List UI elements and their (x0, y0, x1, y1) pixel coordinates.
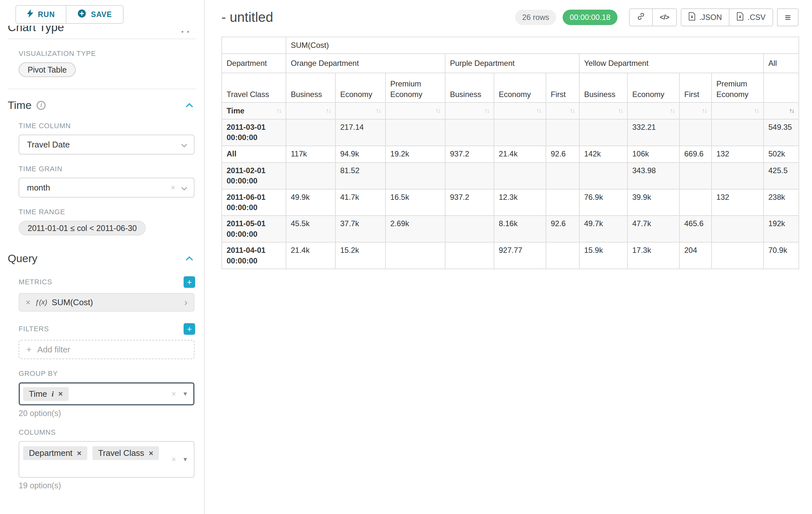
row-header: 2011-04-01 00:00:00 (222, 242, 286, 269)
add-metric-button[interactable]: + (183, 276, 195, 288)
menu-button[interactable]: ≡ (777, 8, 799, 26)
value-cell: 343.98 (628, 163, 679, 189)
group-by-options-hint: 20 option(s) (19, 409, 204, 418)
time-column-label: TIME COLUMN (19, 122, 195, 130)
time-grain-select[interactable]: month × (19, 178, 195, 197)
scrolled-section-header: Chart Type •• (8, 26, 193, 34)
value-cell: 15.9k (579, 242, 628, 269)
value-cell: 49.9k (286, 189, 336, 216)
add-filter-box[interactable]: + Add filter (19, 340, 195, 359)
remove-chip-icon[interactable]: × (77, 449, 82, 458)
department-group-header: Purple Department (445, 54, 579, 73)
value-cell (445, 163, 494, 189)
link-icon (637, 12, 645, 23)
chevron-up-icon[interactable] (185, 256, 193, 261)
sort-icon[interactable]: ↑↓ (436, 107, 440, 115)
sort-icon[interactable]: ↑↓ (670, 107, 675, 115)
columns-label: COLUMNS (19, 428, 195, 437)
clear-icon[interactable]: × (171, 183, 175, 192)
visualization-type-label: VISUALIZATION TYPE (19, 50, 195, 58)
add-filter-button[interactable]: + (183, 323, 195, 335)
save-button[interactable]: SAVE (66, 6, 123, 23)
caret-down-icon[interactable]: ▼ (182, 456, 188, 463)
time-column-select[interactable]: Travel Date (19, 135, 195, 155)
sort-icon[interactable]: ↑↓ (789, 107, 794, 115)
value-cell (286, 119, 336, 146)
metric-chip-label: SUM(Cost) (52, 297, 93, 307)
row-header: 2011-05-01 00:00:00 (222, 216, 286, 242)
department-group-header: Yellow Department (579, 54, 763, 73)
sort-icon[interactable]: ↑↓ (376, 107, 381, 115)
value-cell: 502k (763, 146, 799, 163)
pivot-table-container: SUM(Cost)DepartmentOrange DepartmentPurp… (205, 26, 812, 269)
row-dimension-text: Time (227, 106, 244, 116)
embed-code-button[interactable]: </> (653, 8, 677, 26)
clear-icon[interactable]: × (171, 389, 176, 398)
chevron-down-icon (181, 140, 187, 150)
sort-header: ↑↓ (712, 103, 763, 119)
sort-header: ↑↓ (579, 103, 628, 119)
remove-chip-icon[interactable]: × (58, 389, 63, 398)
info-icon[interactable]: i (37, 101, 46, 110)
sort-icon[interactable]: ↑↓ (536, 107, 541, 115)
sort-header: ↑↓ (286, 103, 336, 119)
value-cell: 332.21 (628, 119, 679, 146)
value-cell: 669.6 (679, 146, 712, 163)
download-csv-button[interactable]: .CSV (729, 8, 773, 26)
run-button[interactable]: RUN (16, 6, 66, 23)
caret-down-icon[interactable]: ▼ (182, 390, 188, 397)
sort-icon[interactable]: ↑↓ (484, 107, 489, 115)
columns-chip[interactable]: Travel Class× (92, 446, 159, 460)
value-cell (445, 242, 494, 269)
department-group-header: Orange Department (286, 54, 445, 73)
chevron-down-icon (181, 183, 187, 193)
group-by-chip[interactable]: Timei× (23, 387, 69, 401)
value-cell (679, 119, 712, 146)
copy-link-button[interactable] (629, 8, 653, 26)
run-label: RUN (38, 10, 55, 19)
value-cell (546, 119, 579, 146)
metrics-label: METRICS (19, 278, 52, 286)
travel-class-header: Business (445, 73, 494, 103)
viz-type-pill[interactable]: Pivot Table (19, 62, 76, 77)
sort-icon[interactable]: ↑↓ (276, 107, 281, 115)
value-cell: 927.77 (494, 242, 546, 269)
remove-chip-icon[interactable]: × (149, 449, 153, 458)
pivot-sort-row: Time↑↓↑↓↑↓↑↓↑↓↑↓↑↓↑↓↑↓↑↓↑↓↑↓ (222, 103, 799, 119)
sort-icon[interactable]: ↑↓ (326, 107, 330, 115)
row-count-badge: 26 rows (515, 10, 556, 25)
download-json-button[interactable]: .JSON (681, 8, 730, 26)
info-icon[interactable]: i (52, 390, 54, 398)
sort-header: ↑↓ (546, 103, 579, 119)
time-range-pill[interactable]: 2011-01-01 ≤ col < 2011-06-30 (19, 221, 146, 236)
columns-chips: Department×Travel Class× (21, 443, 171, 461)
sort-header: ↑↓ (763, 103, 799, 119)
value-cell: 549.35 (763, 119, 799, 146)
row-header: 2011-03-01 00:00:00 (222, 119, 286, 146)
travel-class-header: Business (579, 73, 628, 103)
value-cell (546, 189, 579, 216)
sort-icon[interactable]: ↑↓ (702, 107, 707, 115)
metric-chip[interactable]: × ƒ(x) SUM(Cost) › (19, 293, 195, 312)
columns-select[interactable]: Department×Travel Class× × ▼ (19, 441, 195, 478)
remove-metric-icon[interactable]: × (26, 297, 30, 307)
value-cell: 21.4k (494, 146, 546, 163)
ellipsis-icon: •• (181, 28, 193, 34)
chevron-right-icon[interactable]: › (184, 297, 187, 308)
chevron-up-icon[interactable] (185, 103, 193, 108)
clear-icon[interactable]: × (171, 455, 176, 464)
sort-icon[interactable]: ↑↓ (754, 107, 759, 115)
export-button-group: .JSON .CSV (681, 8, 774, 26)
value-cell: 12.3k (494, 189, 546, 216)
sort-icon[interactable]: ↑↓ (570, 107, 575, 115)
value-cell (712, 242, 763, 269)
chart-title[interactable]: - untitled (222, 10, 273, 25)
columns-chip[interactable]: Department× (23, 446, 87, 460)
value-cell: 81.52 (336, 163, 385, 189)
value-cell (679, 163, 712, 189)
group-by-select[interactable]: Timei× × ▼ (19, 382, 195, 405)
travel-class-header: Premium Economy (385, 73, 445, 103)
save-label: SAVE (91, 10, 112, 19)
sort-icon[interactable]: ↑↓ (618, 107, 622, 115)
value-cell (679, 189, 712, 216)
